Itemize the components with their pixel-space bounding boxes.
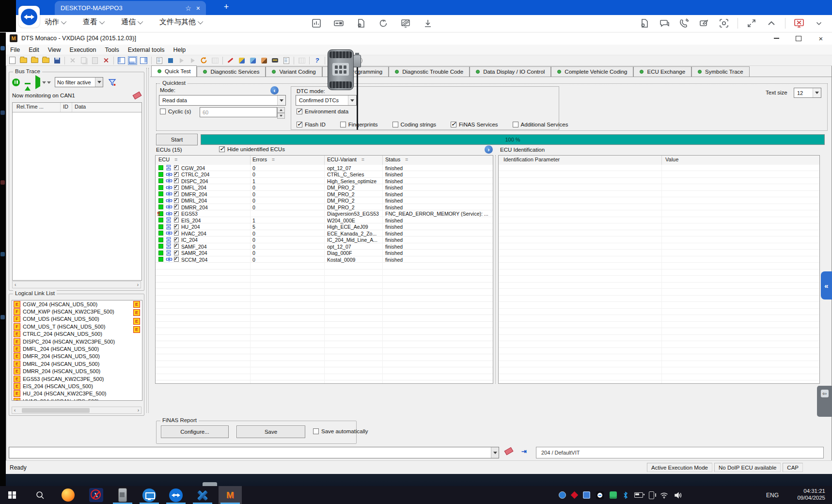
col-variant[interactable]: ECU-Variant=	[327, 157, 364, 162]
col-status[interactable]: Status=	[385, 157, 408, 162]
window-button[interactable]	[210, 56, 220, 65]
col-identification-parameter[interactable]: Identification Parameter	[503, 157, 560, 162]
script-button[interactable]	[155, 56, 164, 65]
minimize-button[interactable]	[765, 32, 787, 44]
new-session-button[interactable]: +	[220, 2, 232, 12]
workspace-tab[interactable]: Diagnostic Services	[197, 66, 266, 77]
taskbar-firefox-icon[interactable]	[57, 486, 79, 504]
menu-item[interactable]: File	[6, 47, 24, 53]
open-project-button[interactable]	[41, 56, 50, 65]
close-button[interactable]: ×	[810, 32, 832, 44]
ecu-checkbox[interactable]	[174, 244, 179, 249]
ecu-checkbox[interactable]	[174, 251, 179, 255]
side-panel-expander[interactable]: «	[821, 271, 832, 299]
fullscreen-icon[interactable]	[745, 17, 758, 30]
call-icon[interactable]	[678, 17, 691, 30]
remote-menu[interactable]: 通信	[121, 17, 143, 27]
tray-app-red-icon[interactable]	[572, 492, 577, 498]
table-view-button[interactable]	[297, 56, 306, 65]
language-indicator[interactable]: ENG	[766, 486, 779, 504]
taskbar-x-app-icon[interactable]	[191, 486, 214, 504]
bus-trace-hscrollbar[interactable]: ‹›	[12, 281, 141, 288]
run-button[interactable]	[177, 56, 186, 65]
tray-app-green-icon[interactable]	[610, 491, 617, 499]
vit-field[interactable]: 204 / DefaultVIT	[536, 447, 824, 458]
paste-button[interactable]	[90, 56, 99, 65]
remote-menu[interactable]: 动作	[45, 17, 66, 27]
list-item[interactable]: E DISPC_204 (HSCAN_KW2C3PE_500)	[12, 338, 142, 345]
list-item[interactable]: E CGW_204 (HSCAN_UDS_500)	[12, 300, 142, 308]
favorite-star-icon[interactable]: ☆	[185, 4, 191, 12]
bus-trace-table[interactable]: Rel.Time ... ID Data	[12, 102, 142, 281]
menu-item[interactable]: Edit	[24, 47, 44, 53]
menu-item[interactable]: View	[44, 47, 65, 53]
annotate-icon[interactable]	[698, 17, 710, 30]
col-ecu[interactable]: ECU=	[158, 157, 177, 162]
ecu-checkbox[interactable]	[174, 165, 179, 170]
ecu-checkbox[interactable]	[174, 172, 179, 177]
tray-app-grid-icon[interactable]	[583, 491, 590, 499]
collapse-toolbar-icon[interactable]	[765, 17, 778, 30]
environment-data-checkbox[interactable]: Environment data	[297, 109, 348, 114]
logical-link-list[interactable]: E CGW_204 (HSCAN_UDS_500) F COM_KWP (HSC…	[12, 300, 142, 401]
stop-button[interactable]	[166, 56, 175, 65]
marker-pen-button[interactable]	[226, 56, 235, 65]
quicktest-option-checkbox[interactable]: Additional Services	[513, 122, 568, 127]
ecu-checkbox[interactable]	[174, 237, 179, 242]
workspace-tab[interactable]: Quick Test	[151, 65, 197, 77]
clear-trace-icon[interactable]	[133, 92, 142, 100]
collapse-left-button[interactable]: ‹	[270, 86, 279, 94]
layout-bottom-button[interactable]	[128, 56, 137, 65]
step-button[interactable]	[188, 56, 197, 65]
list-item[interactable]: E EIS_204 (HSCAN_UDS_500)	[12, 382, 142, 390]
chat-icon[interactable]	[658, 17, 671, 30]
close-tab-icon[interactable]: ×	[196, 4, 200, 12]
bottom-panel-expander[interactable]: ⇦	[817, 386, 832, 417]
workspace-tab[interactable]: ECU Exchange	[633, 66, 691, 77]
help-button[interactable]: ?	[313, 56, 322, 65]
ecu-checkbox[interactable]	[174, 231, 179, 236]
start-button[interactable]: Start	[156, 134, 198, 145]
cut-button[interactable]	[68, 56, 77, 65]
pause-trace-button[interactable]	[12, 79, 20, 86]
quicktest-option-checkbox[interactable]: Flash ID	[297, 122, 326, 127]
ecu-checkbox[interactable]	[174, 211, 179, 216]
chevron-down-icon[interactable]	[813, 17, 825, 30]
close-session-icon[interactable]	[793, 17, 805, 30]
start-trace-button[interactable]	[35, 78, 40, 87]
mode-select[interactable]: Read data	[159, 95, 286, 106]
cyclic-spinner[interactable]	[277, 107, 285, 119]
save-report-button[interactable]: Save	[236, 425, 305, 438]
menu-item[interactable]: Execution	[65, 47, 101, 53]
command-combobox[interactable]	[9, 447, 499, 458]
tray-app-blue-icon[interactable]	[559, 491, 566, 499]
vehicle-bus-button[interactable]	[270, 56, 280, 65]
ecu-checkbox[interactable]	[174, 218, 179, 222]
files-icon[interactable]	[638, 17, 651, 30]
ecu-checkbox[interactable]	[174, 191, 179, 196]
quicktest-option-checkbox[interactable]: FiNAS Services	[451, 122, 498, 127]
new-file-button[interactable]	[8, 56, 17, 65]
execute-command-icon[interactable]: ⇥	[521, 448, 527, 455]
connect-bus-button[interactable]	[248, 56, 257, 65]
connect-ecu-button[interactable]	[237, 56, 246, 65]
window-titlebar[interactable]: M DTS Monaco - VXDIAG [204 (2015.12.03)]…	[6, 32, 832, 45]
list-item[interactable]: E EGS53 (HSCAN_KW2C3PE_500)	[12, 375, 142, 382]
configure-button[interactable]: Configure...	[161, 425, 229, 438]
cyclic-checkbox[interactable]: Cyclic (s)	[160, 109, 191, 114]
connect-vehicle-button[interactable]	[259, 56, 268, 65]
workspace-tab[interactable]: Data Display / IO Control	[470, 66, 551, 77]
list-item[interactable]: E DMRR_204 (HSCAN_UDS_500)	[12, 368, 142, 375]
blank-screen-icon[interactable]	[399, 17, 412, 30]
cyclic-seconds-input[interactable]	[200, 107, 277, 117]
volume-icon[interactable]	[674, 492, 682, 499]
list-item[interactable]: F COM_UDS (HSCAN_UDS_500)	[12, 315, 142, 323]
link-list-hscrollbar[interactable]: ‹›	[12, 407, 141, 414]
save-button[interactable]	[52, 56, 62, 65]
trace-filter-dropdown[interactable]: No filter active	[55, 77, 103, 87]
start-button[interactable]	[1, 486, 23, 504]
workspace-tab[interactable]: Symbolic Trace	[691, 66, 750, 77]
col-data[interactable]: Data	[75, 104, 86, 110]
layout-right-button[interactable]	[139, 56, 148, 65]
download-icon[interactable]	[422, 17, 434, 30]
